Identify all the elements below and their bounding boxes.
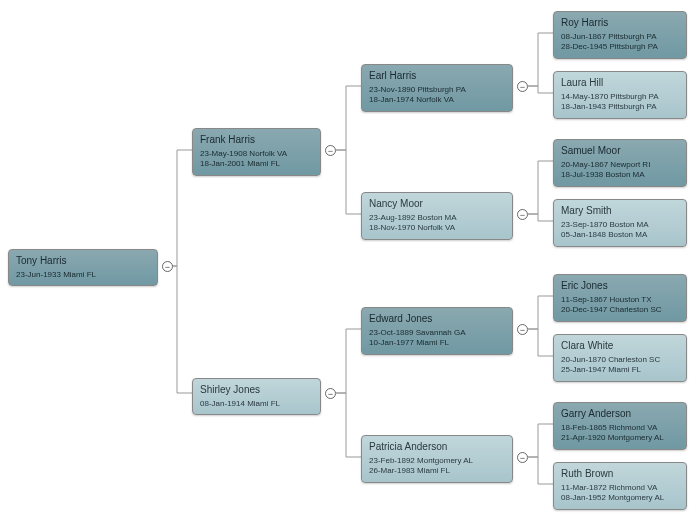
person-earl-harris[interactable]: Earl Harris 23-Nov-1890 Pittsburgh PA 18…: [361, 64, 513, 112]
person-name: Samuel Moor: [561, 145, 679, 156]
person-birth: 20-May-1867 Newport RI: [561, 160, 679, 170]
person-death: 18-Nov-1970 Norfolk VA: [369, 223, 505, 233]
person-birth: 11-Sep-1867 Houston TX: [561, 295, 679, 305]
person-birth: 20-Jun-1870 Charleston SC: [561, 355, 679, 365]
person-name: Frank Harris: [200, 134, 313, 145]
person-birth: 23-Aug-1892 Boston MA: [369, 213, 505, 223]
person-birth: 23-Nov-1890 Pittsburgh PA: [369, 85, 505, 95]
person-name: Shirley Jones: [200, 384, 313, 395]
person-name: Mary Smith: [561, 205, 679, 216]
expand-toggle[interactable]: [517, 452, 528, 463]
person-name: Earl Harris: [369, 70, 505, 81]
person-patricia-anderson[interactable]: Patricia Anderson 23-Feb-1892 Montgomery…: [361, 435, 513, 483]
expand-toggle[interactable]: [325, 388, 336, 399]
person-laura-hill[interactable]: Laura Hill 14-May-1870 Pittsburgh PA 18-…: [553, 71, 687, 119]
person-birth: 18-Feb-1865 Richmond VA: [561, 423, 679, 433]
person-nancy-moor[interactable]: Nancy Moor 23-Aug-1892 Boston MA 18-Nov-…: [361, 192, 513, 240]
person-death: 18-Jan-2001 Miami FL: [200, 159, 313, 169]
person-mary-smith[interactable]: Mary Smith 23-Sep-1870 Boston MA 05-Jan-…: [553, 199, 687, 247]
person-name: Laura Hill: [561, 77, 679, 88]
person-birth: 23-Feb-1892 Montgomery AL: [369, 456, 505, 466]
person-death: 26-Mar-1983 Miami FL: [369, 466, 505, 476]
person-death: 18-Jan-1943 Pittsburgh PA: [561, 102, 679, 112]
person-ruth-brown[interactable]: Ruth Brown 11-Mar-1872 Richmond VA 08-Ja…: [553, 462, 687, 510]
person-frank-harris[interactable]: Frank Harris 23-May-1908 Norfolk VA 18-J…: [192, 128, 321, 176]
person-birth: 08-Jun-1867 Pittsburgh PA: [561, 32, 679, 42]
person-death: 28-Dec-1945 Pittsburgh PA: [561, 42, 679, 52]
expand-toggle[interactable]: [517, 81, 528, 92]
person-name: Nancy Moor: [369, 198, 505, 209]
person-death: 18-Jan-1974 Norfolk VA: [369, 95, 505, 105]
person-name: Edward Jones: [369, 313, 505, 324]
person-birth: 23-May-1908 Norfolk VA: [200, 149, 313, 159]
person-name: Clara White: [561, 340, 679, 351]
person-birth: 11-Mar-1872 Richmond VA: [561, 483, 679, 493]
person-birth: 23-Oct-1889 Savannah GA: [369, 328, 505, 338]
person-death: 21-Apr-1920 Montgomery AL: [561, 433, 679, 443]
person-clara-white[interactable]: Clara White 20-Jun-1870 Charleston SC 25…: [553, 334, 687, 382]
person-death: 20-Dec-1947 Charleston SC: [561, 305, 679, 315]
person-name: Ruth Brown: [561, 468, 679, 479]
person-eric-jones[interactable]: Eric Jones 11-Sep-1867 Houston TX 20-Dec…: [553, 274, 687, 322]
person-death: 05-Jan-1848 Boston MA: [561, 230, 679, 240]
person-roy-harris[interactable]: Roy Harris 08-Jun-1867 Pittsburgh PA 28-…: [553, 11, 687, 59]
expand-toggle[interactable]: [162, 261, 173, 272]
person-birth: 08-Jan-1914 Miami FL: [200, 399, 313, 409]
person-name: Eric Jones: [561, 280, 679, 291]
expand-toggle[interactable]: [325, 145, 336, 156]
person-birth: 23-Sep-1870 Boston MA: [561, 220, 679, 230]
person-garry-anderson[interactable]: Garry Anderson 18-Feb-1865 Richmond VA 2…: [553, 402, 687, 450]
expand-toggle[interactable]: [517, 209, 528, 220]
person-death: 10-Jan-1977 Miami FL: [369, 338, 505, 348]
person-shirley-jones[interactable]: Shirley Jones 08-Jan-1914 Miami FL: [192, 378, 321, 415]
person-birth: 23-Jun-1933 Miami FL: [16, 270, 150, 280]
person-death: 18-Jul-1938 Boston MA: [561, 170, 679, 180]
person-name: Tony Harris: [16, 255, 150, 266]
person-death: 08-Jan-1952 Montgomery AL: [561, 493, 679, 503]
person-name: Patricia Anderson: [369, 441, 505, 452]
person-edward-jones[interactable]: Edward Jones 23-Oct-1889 Savannah GA 10-…: [361, 307, 513, 355]
person-samuel-moor[interactable]: Samuel Moor 20-May-1867 Newport RI 18-Ju…: [553, 139, 687, 187]
expand-toggle[interactable]: [517, 324, 528, 335]
person-name: Roy Harris: [561, 17, 679, 28]
person-name: Garry Anderson: [561, 408, 679, 419]
person-tony-harris[interactable]: Tony Harris 23-Jun-1933 Miami FL: [8, 249, 158, 286]
person-death: 25-Jan-1947 Miami FL: [561, 365, 679, 375]
person-birth: 14-May-1870 Pittsburgh PA: [561, 92, 679, 102]
